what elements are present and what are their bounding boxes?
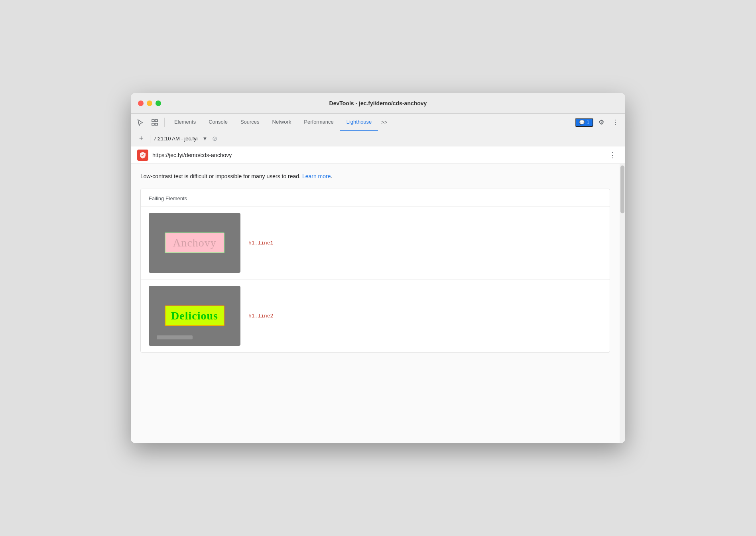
- anchovy-text: Anchovy: [173, 236, 217, 249]
- add-button[interactable]: +: [136, 133, 147, 144]
- traffic-lights: [138, 100, 161, 106]
- svg-rect-0: [152, 120, 154, 122]
- failing-items-list: Anchovy h1.line1 Delicious: [141, 207, 610, 352]
- tab-performance[interactable]: Performance: [297, 114, 340, 131]
- svg-rect-3: [155, 123, 158, 125]
- maximize-button[interactable]: [156, 100, 161, 106]
- selector-label-2[interactable]: h1.line2: [248, 313, 273, 319]
- dropdown-arrow-icon: ▼: [203, 136, 208, 142]
- notification-button[interactable]: 💬 1: [575, 118, 593, 127]
- secondary-toolbar: + 7:21:10 AM - jec.fyi ▼ ⊘: [131, 131, 625, 146]
- timestamp-dropdown-button[interactable]: ▼: [201, 135, 209, 142]
- preview-box-delicious: Delicious: [149, 286, 240, 346]
- url-more-icon: ⋮: [609, 151, 616, 160]
- info-text-dot: .: [331, 173, 333, 179]
- toolbar-divider-1: [164, 118, 165, 127]
- svg-rect-2: [152, 123, 154, 125]
- window-title: DevTools - jec.fyi/demo/cds-anchovy: [329, 100, 427, 106]
- scrollbar[interactable]: [620, 164, 625, 443]
- menu-dots-icon: ⋮: [612, 118, 619, 126]
- tab-elements[interactable]: Elements: [168, 114, 202, 131]
- delicious-text: Delicious: [171, 309, 218, 322]
- sub-text-placeholder: [157, 335, 193, 339]
- scrollbar-thumb[interactable]: [620, 166, 624, 213]
- cursor-tool-button[interactable]: [134, 116, 147, 129]
- devtools-toolbar: Elements Console Sources Network Perform…: [131, 114, 625, 131]
- tab-list: Elements Console Sources Network Perform…: [168, 114, 573, 131]
- anchovy-element-preview: Anchovy: [165, 233, 224, 253]
- inspect-element-button[interactable]: [148, 116, 161, 129]
- tab-lighthouse[interactable]: Lighthouse: [340, 114, 378, 131]
- minimize-button[interactable]: [147, 100, 152, 106]
- devtools-window: DevTools - jec.fyi/demo/cds-anchovy Elem…: [131, 93, 625, 443]
- tab-sources[interactable]: Sources: [234, 114, 266, 131]
- tab-network[interactable]: Network: [266, 114, 298, 131]
- failing-item-1: Anchovy h1.line1: [141, 207, 610, 280]
- notification-icon: 💬: [579, 120, 585, 125]
- settings-button[interactable]: ⚙: [595, 116, 608, 129]
- main-content: Low-contrast text is difficult or imposs…: [131, 164, 620, 443]
- info-paragraph: Low-contrast text is difficult or imposs…: [140, 172, 610, 181]
- plus-icon: +: [139, 134, 144, 143]
- lighthouse-logo-icon: [137, 150, 148, 161]
- timestamp-label: 7:21:10 AM - jec.fyi: [154, 136, 198, 142]
- settings-icon: ⚙: [598, 118, 604, 126]
- preview-box-anchovy: Anchovy: [149, 213, 240, 273]
- selector-label-1[interactable]: h1.line1: [248, 240, 273, 246]
- url-bar: https://jec.fyi/demo/cds-anchovy ⋮: [131, 146, 625, 164]
- secondary-divider: [150, 135, 150, 143]
- more-tabs-button[interactable]: >>: [378, 116, 390, 129]
- url-text: https://jec.fyi/demo/cds-anchovy: [152, 152, 602, 158]
- failing-item-2: Delicious h1.line2: [141, 280, 610, 352]
- devtools-menu-button[interactable]: ⋮: [609, 116, 622, 129]
- url-more-button[interactable]: ⋮: [606, 149, 619, 162]
- delicious-element-preview: Delicious: [165, 305, 224, 326]
- failing-elements-header: Failing Elements: [141, 189, 610, 207]
- svg-rect-1: [155, 120, 158, 122]
- failing-elements-box: Failing Elements Anchovy h1.line1: [140, 189, 610, 353]
- tab-console[interactable]: Console: [202, 114, 234, 131]
- block-icon: ⊘: [212, 135, 217, 142]
- toolbar-right: 💬 1 ⚙ ⋮: [575, 116, 622, 129]
- close-button[interactable]: [138, 100, 144, 106]
- notification-count: 1: [587, 120, 589, 125]
- info-text-static: Low-contrast text is difficult or imposs…: [140, 173, 302, 179]
- title-bar: DevTools - jec.fyi/demo/cds-anchovy: [131, 93, 625, 114]
- learn-more-link[interactable]: Learn more: [302, 173, 331, 179]
